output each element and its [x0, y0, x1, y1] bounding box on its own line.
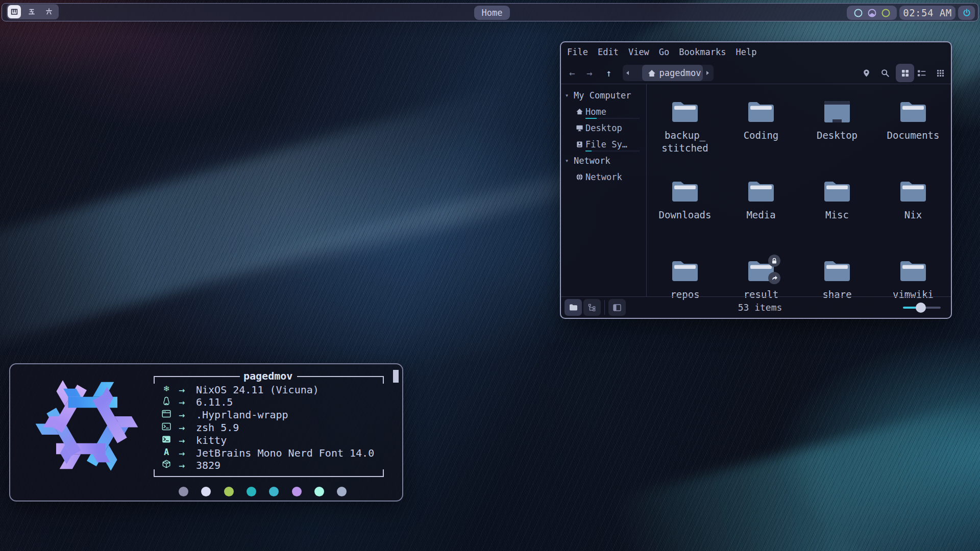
breadcrumb-right-chevron[interactable]: [703, 70, 714, 76]
forward-button[interactable]: →: [586, 62, 592, 84]
terminal-icon: [160, 434, 173, 446]
up-button[interactable]: ↑: [606, 62, 611, 84]
power-icon: [963, 9, 971, 17]
sidebar-section-my-computer[interactable]: ▾My Computer: [561, 87, 646, 104]
section-label: Network: [574, 156, 610, 166]
menu-help[interactable]: Help: [736, 47, 756, 57]
workspace-switcher[interactable]: [7, 4, 59, 19]
folder-icon: [899, 179, 927, 204]
sidebar-item-network[interactable]: Network: [561, 169, 646, 185]
breadcrumb[interactable]: pagedmov: [623, 65, 714, 81]
menu-bar: FileEditViewGoBookmarksHelp: [567, 42, 756, 62]
sidebar-section-network[interactable]: ▾Network: [561, 153, 646, 169]
expander-icon[interactable]: ▾: [565, 92, 572, 99]
folder-label: Downloads: [649, 209, 721, 221]
symlink-emblem: [768, 272, 780, 284]
workspace-3[interactable]: [42, 5, 56, 18]
folder-nix[interactable]: Nix: [877, 179, 949, 221]
svg-text:A: A: [164, 447, 169, 457]
fetch-line-text: JetBrains Mono Nerd Font 14.0: [196, 447, 374, 459]
sidebar-item-home[interactable]: Home: [561, 104, 646, 120]
folder-view: backup_stitchedCodingDesktopDocumentsDow…: [647, 84, 951, 296]
folder-result[interactable]: result: [725, 258, 797, 301]
fetch-bottom-bracket: [154, 469, 384, 477]
palette-dot-2: [201, 487, 211, 496]
back-button[interactable]: ←: [569, 62, 575, 84]
desktop-icon: [823, 99, 851, 124]
folder-icon: [899, 99, 927, 124]
fetch-line-text: .Hyprland-wrapp: [196, 409, 288, 421]
fetch-hostname: pagedmov: [238, 370, 298, 382]
arrow-glyph: →: [179, 421, 185, 434]
workspace-1[interactable]: [8, 5, 21, 18]
network-icon: [576, 173, 585, 181]
arrow-glyph: →: [179, 434, 185, 446]
compact-view-icon[interactable]: [937, 62, 944, 84]
menu-edit[interactable]: Edit: [598, 47, 619, 57]
icon-view-button[interactable]: [896, 64, 914, 82]
desktop-icon: [576, 124, 585, 132]
folder-icon: [671, 258, 699, 284]
menu-bookmarks[interactable]: Bookmarks: [679, 47, 726, 57]
folder-label: Desktop: [801, 129, 873, 142]
folder-coding[interactable]: Coding: [725, 99, 797, 142]
svg-text:❄: ❄: [163, 384, 170, 393]
list-view-icon[interactable]: [917, 62, 926, 84]
menu-view[interactable]: View: [628, 47, 649, 57]
kernel-icon: [160, 396, 173, 408]
folder-label: Coding: [725, 129, 797, 142]
folder-label: backup_stitched: [649, 129, 721, 155]
breadcrumb-label: pagedmov: [659, 68, 701, 78]
home-icon: [576, 108, 585, 116]
search-icon[interactable]: [880, 62, 890, 84]
folder-icon: [671, 99, 699, 124]
circle-indicator-2: [868, 9, 876, 17]
folder-label: Misc: [801, 209, 873, 221]
places-sidebar: ▾My ComputerHomeDesktopFile Sy…▾NetworkN…: [561, 84, 647, 296]
palette-dot-6: [292, 487, 302, 496]
file-manager-window: FileEditViewGoBookmarksHelp ← → ↑ pagedm…: [560, 41, 952, 319]
folder-downloads[interactable]: Downloads: [649, 179, 721, 221]
folder-documents[interactable]: Documents: [877, 99, 949, 142]
sidebar-item-desktop[interactable]: Desktop: [561, 120, 646, 136]
menu-file[interactable]: File: [567, 47, 588, 57]
location-pin-icon[interactable]: [862, 62, 871, 84]
workspace-2[interactable]: [25, 5, 38, 18]
folder-misc[interactable]: Misc: [801, 179, 873, 221]
zoom-slider[interactable]: [903, 304, 941, 311]
status-bar: 53 items: [561, 296, 951, 318]
toolbar: ← → ↑ pagedmov: [561, 62, 951, 84]
folder-backup_stitched[interactable]: backup_stitched: [649, 99, 721, 155]
breadcrumb-left-chevron[interactable]: [623, 70, 632, 76]
expander-icon[interactable]: ▾: [565, 157, 572, 164]
sidebar-item-label: File Sy…: [585, 139, 627, 149]
palette-dot-1: [179, 487, 188, 496]
fetch-line-font: A→JetBrains Mono Nerd Font 14.0: [10, 446, 402, 459]
palette-dot-7: [314, 487, 324, 496]
arrow-glyph: →: [179, 396, 185, 408]
folder-label: Documents: [877, 129, 949, 142]
breadcrumb-current[interactable]: pagedmov: [642, 65, 703, 81]
folder-desktop[interactable]: Desktop: [801, 99, 873, 142]
lock-emblem: [768, 255, 780, 267]
shell-icon: [160, 421, 173, 434]
terminal-cursor: [393, 370, 399, 383]
power-button[interactable]: [958, 6, 975, 20]
circle-indicator-1: [854, 9, 863, 17]
sidebar-item-filesy[interactable]: File Sy…: [561, 136, 646, 153]
menu-go[interactable]: Go: [659, 47, 669, 57]
zoom-slider-knob[interactable]: [916, 303, 926, 313]
top-bar: Home 02:54 AM: [2, 3, 978, 21]
folder-label: Nix: [877, 209, 949, 221]
items-count: 53 items: [569, 302, 951, 313]
fetch-line-shell: →zsh 5.9: [10, 421, 402, 434]
status-circles[interactable]: [847, 6, 897, 20]
folder-repos[interactable]: repos: [649, 258, 721, 301]
folder-media[interactable]: Media: [725, 179, 797, 221]
arrow-glyph: →: [179, 409, 185, 421]
folder-icon: [823, 179, 851, 204]
folder-vimwiki[interactable]: vimwiki: [877, 258, 949, 301]
folder-share[interactable]: share: [801, 258, 873, 301]
fetch-line-wm: →.Hyprland-wrapp: [10, 409, 402, 421]
fetch-line-text: 6.11.5: [196, 396, 233, 408]
